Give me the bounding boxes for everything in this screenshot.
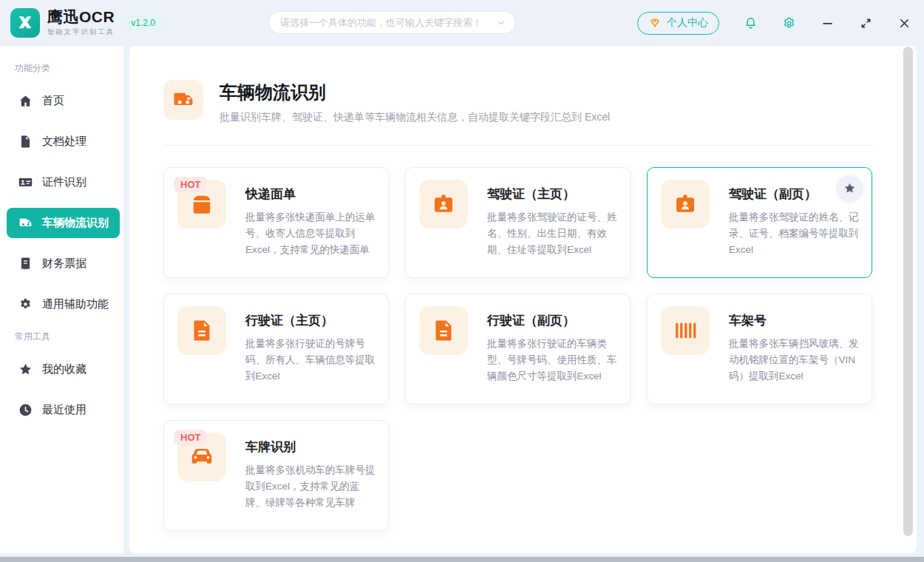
card-express-waybill[interactable]: HOT快递面单批量将多张快递面单上的运单号、收寄人信息等提取到Excel，支持常… (163, 167, 389, 278)
user-center-label: 个人中心 (667, 16, 708, 30)
card-title: 行驶证（主页） (245, 312, 378, 329)
card-body: 车牌识别批量将多张机动车的车牌号提取到Excel，支持常见的蓝牌、绿牌等各种常见… (245, 439, 378, 511)
package-icon (188, 191, 215, 217)
header-divider (163, 145, 874, 146)
card-description: 批量将多张车辆挡风玻璃、发动机铭牌位置的车架号（VIN码）提取到Excel (729, 336, 861, 385)
app-title-block: 鹰迅OCR 智能文字识别工具 (47, 9, 115, 37)
notifications-button[interactable] (744, 16, 758, 30)
card-title: 驾驶证（主页） (487, 186, 619, 203)
document-icon (430, 317, 457, 344)
hot-badge: HOT (174, 430, 207, 445)
star-icon (843, 182, 856, 194)
feature-card-grid: HOT快递面单批量将多张快递面单上的运单号、收寄人信息等提取到Excel，支持常… (163, 167, 872, 531)
card-description: 批量将多张机动车的车牌号提取到Excel，支持常见的蓝牌、绿牌等各种常见车牌 (245, 462, 378, 511)
sidebar-item-label: 文档处理 (42, 135, 86, 149)
sidebar-item-id-recognition[interactable]: 证件识别 (0, 162, 123, 203)
sidebar-item-label: 财务票据 (42, 257, 86, 271)
sidebar-section-label: 常用工具 (0, 325, 123, 349)
sidebar-item-home[interactable]: 首页 (0, 81, 123, 121)
window-bottom-edge (0, 557, 924, 562)
card-vehicle-license-sub[interactable]: 行驶证（副页）批量将多张行驶证的车辆类型、号牌号码、使用性质、车辆颜色尺寸等提取… (405, 294, 631, 404)
file-icon (18, 135, 33, 149)
card-driver-license-main[interactable]: 驾驶证（主页）批量将多张驾驶证的证号、姓名、性别、出生日期、有效期、住址等提取到… (405, 167, 631, 278)
card-description: 批量将多张驾驶证的证号、姓名、性别、出生日期、有效期、住址等提取到Excel (487, 209, 619, 258)
app-logo-icon (10, 8, 40, 38)
chevron-down-icon (496, 18, 506, 28)
card-title: 快递面单 (245, 186, 378, 203)
user-center-button[interactable]: 个人中心 (637, 12, 719, 35)
card-title: 行驶证（副页） (487, 312, 619, 329)
sidebar-item-finance-invoices[interactable]: 财务票据 (0, 243, 123, 284)
vin-barcode-icon (672, 317, 699, 344)
sidebar-item-label: 通用辅助功能 (42, 297, 109, 311)
version-badge: v1.2.0 (124, 16, 162, 30)
function-search-select[interactable]: 请选择一个具体的功能，也可输入关键字搜索！ (268, 11, 516, 34)
truck-icon (18, 216, 33, 230)
app-subtitle: 智能文字识别工具 (47, 27, 115, 37)
card-body: 行驶证（主页）批量将多张行驶证的号牌号码、所有人、车辆信息等提取到Excel (245, 312, 378, 385)
car-icon (188, 444, 215, 470)
page-title: 车辆物流识别 (220, 81, 610, 104)
card-vin-code[interactable]: 车架号批量将多张车辆挡风玻璃、发动机铭牌位置的车架号（VIN码）提取到Excel (647, 294, 872, 404)
card-title: 车牌识别 (245, 439, 378, 456)
sidebar-section-label: 功能分类 (0, 56, 123, 81)
card-icon-box (661, 306, 710, 355)
sidebar-item-label: 证件识别 (42, 175, 86, 189)
card-description: 批量将多张行驶证的号牌号码、所有人、车辆信息等提取到Excel (245, 336, 378, 385)
sidebar-item-label: 我的收藏 (42, 362, 86, 376)
card-body: 驾驶证（主页）批量将多张驾驶证的证号、姓名、性别、出生日期、有效期、住址等提取到… (487, 186, 619, 258)
window-close-button[interactable] (897, 16, 911, 30)
card-icon-box (419, 180, 468, 228)
card-icon-box (177, 306, 226, 355)
app-name: 鹰迅OCR (47, 9, 115, 25)
card-description: 批量将多张行驶证的车辆类型、号牌号码、使用性质、车辆颜色尺寸等提取到Excel (487, 336, 619, 385)
window-minimize-button[interactable] (821, 16, 835, 30)
vip-diamond-icon (648, 16, 662, 30)
window-resize-button[interactable] (859, 16, 873, 30)
close-icon (897, 16, 911, 30)
vertical-scrollbar[interactable] (903, 47, 913, 536)
card-title: 车架号 (729, 312, 861, 329)
topbar: 鹰迅OCR 智能文字识别工具 v1.2.0 请选择一个具体的功能，也可输入关键字… (0, 0, 924, 46)
bell-icon (744, 16, 758, 30)
card-description: 批量将多张驾驶证的姓名、记录、证号、档案编号等提取到Excel (729, 209, 861, 258)
card-body: 快递面单批量将多张快递面单上的运单号、收寄人信息等提取到Excel，支持常见的快… (245, 186, 378, 258)
id-badge-icon (430, 191, 457, 217)
sidebar: 功能分类首页文档处理证件识别车辆物流识别财务票据通用辅助功能常用工具我的收藏最近… (0, 46, 124, 553)
clock-icon (18, 403, 33, 417)
card-driver-license-sub[interactable]: 驾驶证（副页）批量将多张驾驶证的姓名、记录、证号、档案编号等提取到Excel (647, 167, 872, 278)
card-description: 批量将多张快递面单上的运单号、收寄人信息等提取到Excel，支持常见的快递面单 (245, 209, 378, 258)
document-icon (188, 317, 215, 344)
sidebar-item-label: 首页 (42, 94, 64, 108)
page-subtitle: 批量识别车牌、驾驶证、快递单等车辆物流相关信息，自动提取关键字段汇总到 Exce… (220, 111, 610, 124)
card-icon-box (419, 306, 468, 355)
category-truck-icon (163, 80, 203, 120)
favorite-star-button[interactable] (837, 175, 863, 201)
page-header-text: 车辆物流识别 批量识别车牌、驾驶证、快递单等车辆物流相关信息，自动提取关键字段汇… (220, 80, 610, 124)
sidebar-item-favorites[interactable]: 我的收藏 (0, 349, 123, 390)
sidebar-item-vehicle-logistics[interactable]: 车辆物流识别 (7, 208, 120, 238)
card-body: 行驶证（副页）批量将多张行驶证的车辆类型、号牌号码、使用性质、车辆颜色尺寸等提取… (487, 312, 619, 385)
card-vehicle-license-main[interactable]: 行驶证（主页）批量将多张行驶证的号牌号码、所有人、车辆信息等提取到Excel (163, 294, 389, 404)
card-plate-recognition[interactable]: HOT车牌识别批量将多张机动车的车牌号提取到Excel，支持常见的蓝牌、绿牌等各… (163, 420, 389, 531)
sidebar-item-label: 车辆物流识别 (42, 216, 109, 230)
gear-icon (18, 297, 33, 311)
topbar-right-controls: 个人中心 (637, 0, 911, 46)
sidebar-item-recent[interactable]: 最近使用 (0, 390, 123, 430)
home-icon (18, 94, 33, 108)
id-card-icon (18, 175, 33, 189)
card-body: 车架号批量将多张车辆挡风玻璃、发动机铭牌位置的车架号（VIN码）提取到Excel (729, 312, 861, 385)
page-header: 车辆物流识别 批量识别车牌、驾驶证、快递单等车辆物流相关信息，自动提取关键字段汇… (163, 80, 610, 124)
hot-badge: HOT (174, 177, 207, 192)
sidebar-item-document-processing[interactable]: 文档处理 (0, 121, 123, 162)
main-panel: 车辆物流识别 批量识别车牌、驾驶证、快递单等车辆物流相关信息，自动提取关键字段汇… (129, 46, 917, 553)
search-placeholder: 请选择一个具体的功能，也可输入关键字搜索！ (280, 16, 496, 30)
id-badge-icon (672, 191, 699, 217)
sidebar-item-label: 最近使用 (42, 403, 86, 417)
sidebar-item-general-tools[interactable]: 通用辅助功能 (0, 284, 123, 325)
minimize-icon (821, 16, 835, 30)
star-icon (18, 362, 33, 376)
settings-button[interactable] (782, 16, 796, 30)
card-icon-box (661, 180, 710, 228)
resize-diagonal-icon (859, 16, 873, 30)
